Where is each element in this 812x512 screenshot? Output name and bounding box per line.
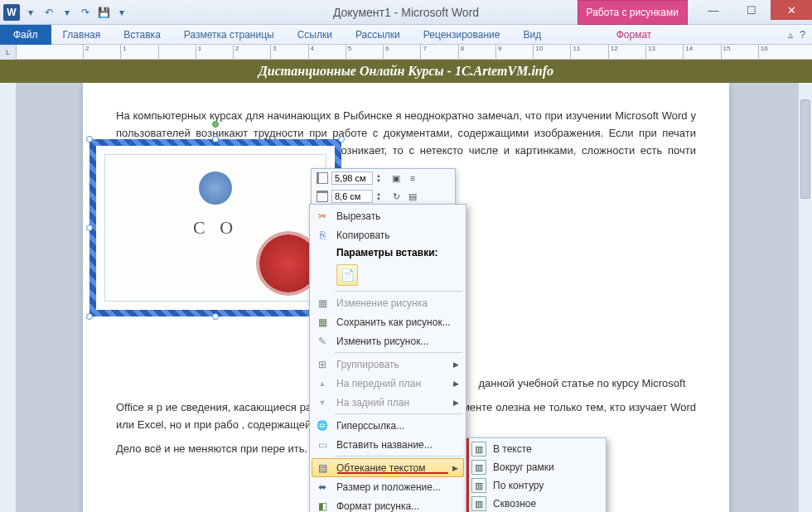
window-title: Документ1 - Microsoft Word	[333, 6, 479, 19]
qat-dropdown-icon[interactable]: ▾	[60, 5, 75, 20]
menu-group: Группировать▶	[312, 355, 464, 374]
menu-save-as-picture[interactable]: Сохранить как рисунок...	[312, 312, 464, 331]
submenu-inline[interactable]: ▥В тексте	[468, 440, 604, 458]
tab-home[interactable]: Главная	[51, 26, 113, 44]
rotate-icon[interactable]: ↻	[389, 190, 403, 203]
group-icon	[315, 357, 330, 372]
vertical-scrollbar[interactable]	[798, 83, 812, 512]
horizontal-ruler[interactable]: 2 1 1 2 3 4 5 6 7 8 9 10 11 12 13 14 15 …	[17, 45, 812, 59]
menu-insert-caption[interactable]: Вставить название...	[312, 435, 464, 454]
menu-copy[interactable]: Копировать	[312, 225, 464, 244]
menu-text-wrap[interactable]: Обтекание текстом▶	[312, 458, 464, 477]
submenu-through[interactable]: ▥Сквозное	[468, 495, 604, 512]
tab-review[interactable]: Рецензирование	[412, 26, 512, 44]
save-icon[interactable]: 💾	[96, 5, 111, 20]
minimize-button[interactable]: —	[694, 0, 732, 20]
ruler-tick: 13	[645, 45, 683, 59]
menu-bring-front: На передний план▶	[312, 374, 464, 393]
submenu-arrow-icon: ▶	[453, 398, 459, 407]
submenu-tight[interactable]: ▥По контуру	[468, 476, 604, 495]
file-tab[interactable]: Файл	[0, 25, 51, 45]
resize-handle[interactable]	[212, 136, 219, 142]
caption-icon	[315, 437, 330, 452]
scrollbar-thumb[interactable]	[800, 99, 810, 199]
qat-dropdown-icon[interactable]: ▾	[114, 5, 129, 20]
ruler-tick: 3	[270, 45, 307, 59]
tab-selector-icon[interactable]: L	[0, 45, 17, 60]
menu-separator	[335, 291, 462, 292]
ruler-tick: 6	[383, 45, 420, 59]
ribbon-tabs: Файл Главная Вставка Разметка страницы С…	[0, 25, 812, 45]
format-picture-icon	[315, 499, 330, 513]
ruler-tick: 16	[758, 45, 795, 59]
menu-cut[interactable]: Вырезать	[312, 206, 464, 225]
context-menu: Вырезать Копировать Параметры вставки: 📄…	[309, 204, 466, 512]
spinner[interactable]: ▲▼	[376, 191, 386, 201]
redo-icon[interactable]: ↷	[78, 5, 93, 20]
quick-access-toolbar: W ▾ ↶ ▾ ↷ 💾 ▾	[0, 4, 129, 21]
tab-layout[interactable]: Разметка страницы	[172, 26, 286, 44]
size-icon	[315, 480, 330, 495]
word-app-icon[interactable]: W	[3, 4, 20, 21]
align-icon[interactable]: ≡	[406, 171, 419, 185]
ruler-tick: 12	[608, 45, 645, 59]
tab-view[interactable]: Вид	[511, 26, 553, 44]
resize-handle[interactable]	[86, 136, 93, 142]
picture-tools-context-tab[interactable]: Работа с рисунками	[578, 0, 688, 25]
wrap-inline-icon: ▥	[471, 442, 486, 456]
save-picture-icon	[315, 315, 330, 330]
crop-icon[interactable]: ▣	[389, 171, 403, 185]
resize-handle[interactable]	[86, 225, 93, 231]
ribbon-minimize-icon[interactable]: ▵	[788, 29, 793, 41]
certificate-image[interactable]: С О	[89, 139, 341, 316]
ruler-tick: 4	[308, 45, 346, 59]
menu-separator	[335, 456, 462, 456]
horizontal-ruler-area: L 2 1 1 2 3 4 5 6 7 8 9 10 11 12 13 14 1…	[0, 45, 812, 60]
highlight-bar	[466, 438, 469, 512]
ruler-tick	[158, 45, 196, 59]
ruler-tick: 8	[458, 45, 495, 59]
menu-edit-picture[interactable]: Изменить рисунок...	[312, 331, 464, 350]
window-controls: — ☐ ✕	[694, 0, 812, 20]
maximize-button[interactable]: ☐	[732, 0, 771, 20]
ruler-tick: 1	[196, 45, 233, 59]
wrap-tight-icon: ▥	[471, 478, 486, 493]
title-bar: W ▾ ↶ ▾ ↷ 💾 ▾ Документ1 - Microsoft Word…	[0, 0, 812, 25]
ruler-tick: 11	[570, 45, 607, 59]
selected-picture[interactable]: С О	[83, 133, 348, 323]
submenu-arrow-icon: ▶	[453, 379, 459, 388]
tab-format[interactable]: Формат	[580, 26, 688, 44]
undo-icon[interactable]: ↶	[41, 5, 56, 20]
ruler-tick: 2	[233, 45, 270, 59]
help-icon[interactable]: ?	[800, 29, 805, 41]
resize-handle[interactable]	[86, 313, 93, 320]
resize-handle[interactable]	[212, 313, 219, 320]
resize-handle[interactable]	[338, 136, 345, 142]
height-input[interactable]	[331, 171, 373, 185]
rotate-handle[interactable]	[212, 121, 219, 128]
wrap-text-submenu: ▥В тексте ▥Вокруг рамки ▥По контуру ▥Скв…	[466, 437, 607, 512]
tab-references[interactable]: Ссылки	[286, 26, 344, 44]
menu-format-picture[interactable]: Формат рисунка...	[312, 496, 464, 512]
menu-separator	[335, 352, 462, 353]
paste-option-icon[interactable]: 📄	[336, 264, 358, 286]
width-input[interactable]	[331, 190, 373, 203]
edit-picture-icon	[315, 334, 330, 349]
tab-insert[interactable]: Вставка	[112, 26, 172, 44]
qat-dropdown-icon[interactable]: ▾	[23, 5, 38, 20]
wrap-icon[interactable]: ▤	[406, 190, 419, 203]
ribbon-help-controls: ▵ ?	[788, 29, 805, 41]
ruler-tick: 15	[721, 45, 758, 59]
copy-icon	[315, 228, 330, 243]
hyperlink-icon	[315, 418, 330, 433]
text-run: данной учебной статье по курсу Microsoft	[478, 377, 685, 389]
vertical-ruler[interactable]	[0, 83, 17, 512]
submenu-square[interactable]: ▥Вокруг рамки	[468, 458, 604, 476]
close-button[interactable]: ✕	[771, 0, 812, 20]
tab-mailings[interactable]: Рассылки	[344, 26, 412, 44]
menu-size-position[interactable]: Размер и положение...	[312, 477, 464, 496]
menu-hyperlink[interactable]: Гиперссылка...	[312, 416, 464, 435]
ruler-tick: 7	[420, 45, 457, 59]
spinner[interactable]: ▲▼	[376, 173, 386, 183]
ruler-tick: 5	[346, 45, 383, 59]
